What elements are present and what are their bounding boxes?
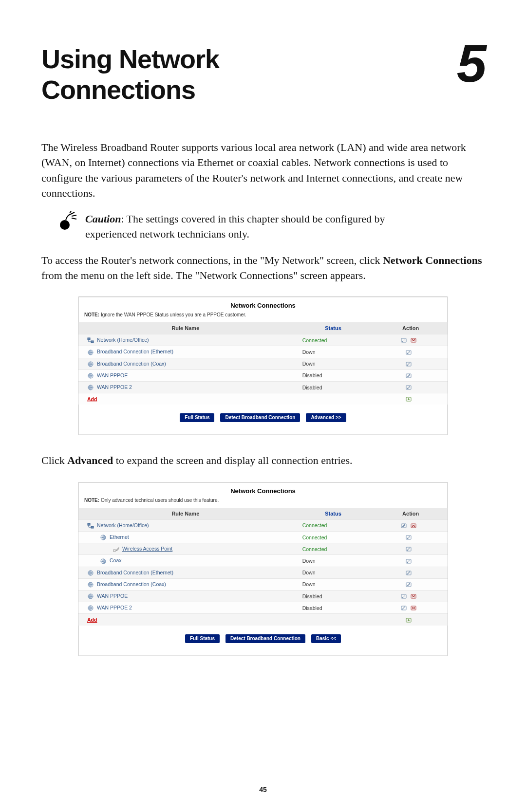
add-icon[interactable] xyxy=(406,396,413,402)
connection-link[interactable]: WAN PPPOE 2 xyxy=(97,605,132,610)
svg-line-4 xyxy=(70,211,72,213)
col-rule-adv: Rule Name xyxy=(78,508,293,520)
connection-link[interactable]: Wireless Access Point xyxy=(122,546,172,552)
table-row: CoaxDown xyxy=(78,555,448,567)
table-row: EthernetConnected xyxy=(78,531,448,543)
connection-link[interactable]: WAN PPPOE xyxy=(97,593,128,599)
table-row: WAN PPPOE 2Disabled xyxy=(78,382,448,393)
action-cell xyxy=(374,543,448,555)
edit-icon[interactable] xyxy=(401,593,408,599)
status-cell: Down xyxy=(293,358,374,369)
col-action-adv: Action xyxy=(374,508,448,520)
access-text-bold: Network Connections xyxy=(383,254,482,266)
connection-link[interactable]: Broadband Connection (Coax) xyxy=(97,581,166,587)
connection-type-icon xyxy=(87,593,94,599)
button-row-basic: Full StatusDetect Broadband ConnectionAd… xyxy=(78,413,448,422)
caution-block: Caution: The settings covered in this ch… xyxy=(56,211,426,241)
access-text-pre: To access the Router's network connectio… xyxy=(41,254,383,266)
edit-icon[interactable] xyxy=(401,337,408,343)
table-row: Network (Home/Office)Connected xyxy=(78,519,448,531)
svg-rect-16 xyxy=(406,374,411,378)
action-cell xyxy=(374,369,448,381)
svg-rect-23 xyxy=(91,526,94,528)
svg-rect-18 xyxy=(406,386,411,389)
edit-icon[interactable] xyxy=(406,373,413,379)
svg-rect-22 xyxy=(88,523,90,525)
edit-icon[interactable] xyxy=(406,361,413,367)
delete-icon[interactable] xyxy=(411,337,417,343)
mid-text-pre: Click xyxy=(41,454,67,466)
status-cell: Connected xyxy=(293,531,374,543)
panel-note-text-adv: Only advanced technical users should use… xyxy=(99,498,219,503)
panel-note-bold-basic: NOTE: xyxy=(84,312,99,317)
add-row: Add xyxy=(78,614,448,626)
connection-link[interactable]: Network (Home/Office) xyxy=(97,337,149,343)
add-icon[interactable] xyxy=(406,617,413,623)
edit-icon[interactable] xyxy=(406,546,413,552)
table-row: Wireless Access PointConnected xyxy=(78,543,448,555)
status-cell: Disabled xyxy=(293,369,374,381)
delete-icon[interactable] xyxy=(411,523,417,529)
panel-button[interactable]: Full Status xyxy=(180,413,214,422)
status-cell: Connected xyxy=(293,519,374,531)
add-link[interactable]: Add xyxy=(87,617,97,623)
action-cell xyxy=(374,555,448,567)
action-cell xyxy=(374,519,448,531)
button-row-adv: Full StatusDetect Broadband ConnectionBa… xyxy=(78,634,448,643)
connection-link[interactable]: WAN PPPOE 2 xyxy=(97,384,132,390)
edit-icon[interactable] xyxy=(401,605,408,611)
svg-rect-6 xyxy=(91,341,94,343)
chapter-title-line1: Using Network xyxy=(41,44,219,74)
status-cell: Down xyxy=(293,578,374,590)
edit-icon[interactable] xyxy=(406,570,413,576)
svg-rect-7 xyxy=(401,338,406,342)
caution-icon xyxy=(56,211,85,233)
delete-icon[interactable] xyxy=(411,593,417,599)
add-link[interactable]: Add xyxy=(87,396,97,402)
edit-icon[interactable] xyxy=(406,582,413,588)
table-row: Network (Home/Office)Connected xyxy=(78,334,448,346)
caution-text: Caution: The settings covered in this ch… xyxy=(85,211,426,241)
status-cell: Disabled xyxy=(293,590,374,602)
connection-type-icon xyxy=(87,605,94,611)
svg-rect-31 xyxy=(406,547,411,551)
connection-link[interactable]: Ethernet xyxy=(110,534,129,540)
connection-type-icon xyxy=(87,361,94,367)
connection-link[interactable]: Broadband Connection (Ethernet) xyxy=(97,570,173,575)
panel-button[interactable]: Detect Broadband Connection xyxy=(225,634,305,643)
connection-link[interactable]: Broadband Connection (Ethernet) xyxy=(97,349,173,354)
panel-button[interactable]: Basic << xyxy=(311,634,341,643)
delete-icon[interactable] xyxy=(411,605,417,611)
edit-icon[interactable] xyxy=(406,535,413,540)
chapter-title-line2: Connections xyxy=(41,75,195,104)
edit-icon[interactable] xyxy=(406,385,413,390)
panel-note-basic: NOTE: Ignore the WAN PPPOE Status unless… xyxy=(78,312,448,322)
connection-link[interactable]: WAN PPPOE xyxy=(97,372,128,378)
action-cell xyxy=(374,334,448,346)
edit-icon[interactable] xyxy=(401,523,408,529)
edit-icon[interactable] xyxy=(406,558,413,564)
action-cell xyxy=(374,567,448,578)
panel-button[interactable]: Advanced >> xyxy=(306,413,346,422)
col-status: Status xyxy=(293,322,374,334)
svg-rect-24 xyxy=(401,524,406,528)
action-cell xyxy=(374,358,448,369)
mid-paragraph: Click Advanced to expand the screen and … xyxy=(41,453,485,468)
caution-body: : The settings covered in this chapter s… xyxy=(85,213,385,240)
col-status-adv: Status xyxy=(293,508,374,520)
connection-link[interactable]: Network (Home/Office) xyxy=(97,522,149,528)
svg-rect-33 xyxy=(406,559,411,563)
svg-line-2 xyxy=(72,215,76,216)
table-row: WAN PPPOEDisabled xyxy=(78,590,448,602)
status-cell: Down xyxy=(293,567,374,578)
action-cell xyxy=(374,346,448,358)
panel-button[interactable]: Full Status xyxy=(185,634,220,643)
connection-type-icon xyxy=(87,582,94,588)
edit-icon[interactable] xyxy=(406,350,413,355)
connection-link[interactable]: Broadband Connection (Coax) xyxy=(97,361,166,367)
connection-type-icon xyxy=(87,373,94,379)
panel-button[interactable]: Detect Broadband Connection xyxy=(220,413,300,422)
connection-link[interactable]: Coax xyxy=(110,557,122,563)
connection-type-icon xyxy=(113,546,119,552)
table-row: Broadband Connection (Coax)Down xyxy=(78,358,448,369)
